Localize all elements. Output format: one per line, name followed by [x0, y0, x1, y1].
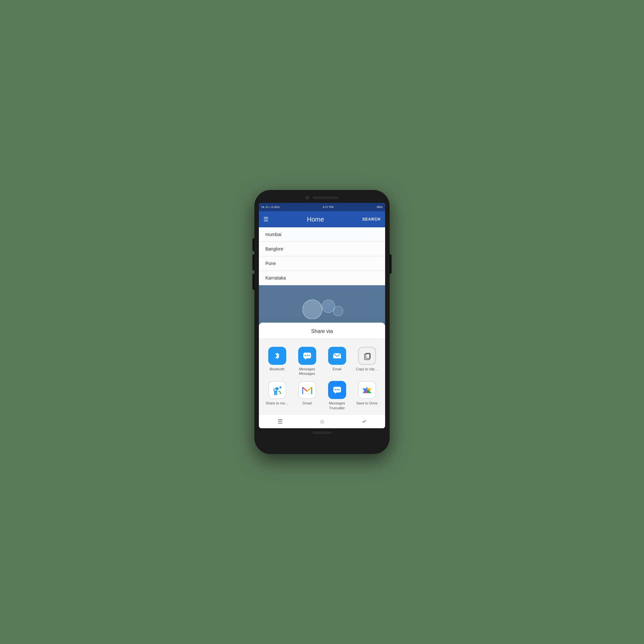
share-item-clipboard[interactable]: Copy to clip…: [352, 344, 382, 379]
share-title: Share via: [259, 323, 385, 339]
svg-point-2: [333, 306, 343, 316]
volume-up-button: [252, 238, 254, 251]
share-item-shareto[interactable]: Share to mo…: [262, 378, 292, 413]
phone-top-bar: [259, 196, 385, 200]
network-info: H₁ G↑ᵢₗ 0.2K/s: [261, 205, 280, 209]
gmail-label: Gmail: [302, 401, 312, 405]
share-grid: Bluetooth MessagesMessages: [259, 339, 385, 418]
nav-back-icon[interactable]: ⤶: [362, 418, 366, 425]
svg-point-13: [279, 386, 281, 388]
nav-home-icon[interactable]: ⌂: [320, 418, 324, 425]
svg-point-14: [275, 388, 277, 390]
hamburger-icon[interactable]: ☰: [263, 216, 269, 223]
content-area: mumbai Banglore Pune Karnataka: [259, 227, 385, 327]
power-button: [390, 254, 392, 274]
clipboard-label: Copy to clip…: [356, 367, 378, 371]
svg-marker-7: [305, 358, 307, 360]
clipboard-icon: [358, 347, 376, 365]
status-bar: H₁ G↑ᵢₗ 0.2K/s 4:17 PM 99%: [259, 203, 385, 211]
nav-menu-icon[interactable]: ☰: [278, 418, 283, 425]
drive-icon: [358, 381, 376, 399]
svg-point-19: [336, 389, 338, 390]
bluetooth-label: Bluetooth: [270, 367, 284, 371]
svg-point-20: [338, 389, 340, 390]
battery-info: 99%: [377, 205, 383, 209]
shareto-label: Share to mo…: [266, 401, 289, 405]
home-button: [312, 431, 332, 434]
share-item-gmail[interactable]: Gmail: [292, 378, 322, 413]
list-item-karnataka[interactable]: Karnataka: [259, 271, 385, 285]
messages-icon: [298, 347, 316, 365]
svg-point-1: [322, 300, 335, 313]
bluetooth-icon: [268, 347, 286, 365]
speaker: [313, 196, 338, 199]
share-item-truecaller[interactable]: MessagesTruecaller: [322, 378, 352, 413]
svg-marker-21: [335, 393, 336, 394]
list-item-pune[interactable]: Pune: [259, 256, 385, 271]
gmail-icon: [298, 381, 316, 399]
content-bg: [259, 285, 385, 327]
status-left: H₁ G↑ᵢₗ 0.2K/s: [261, 205, 280, 209]
app-bar-title: Home: [307, 216, 324, 223]
drive-label: Save to Drive: [356, 401, 377, 405]
search-button[interactable]: SEARCH: [362, 217, 381, 222]
email-label: Email: [333, 367, 342, 371]
share-item-email[interactable]: Email: [322, 344, 352, 379]
app-bar: ☰ Home SEARCH: [259, 211, 385, 227]
camera: [306, 196, 309, 200]
truecaller-label: MessagesTruecaller: [329, 401, 345, 410]
phone-screen: H₁ G↑ᵢₗ 0.2K/s 4:17 PM 99% ☰ Home SEARCH…: [259, 203, 385, 428]
shareto-icon: [268, 381, 286, 399]
content-list: mumbai Banglore Pune Karnataka: [259, 227, 385, 285]
silent-button: [252, 274, 254, 290]
status-time: 4:17 PM: [323, 205, 334, 209]
phone-device: H₁ G↑ᵢₗ 0.2K/s 4:17 PM 99% ☰ Home SEARCH…: [254, 190, 390, 454]
share-item-bluetooth[interactable]: Bluetooth: [262, 344, 292, 379]
svg-point-18: [335, 389, 336, 390]
svg-rect-15: [274, 391, 277, 395]
svg-rect-9: [365, 354, 370, 360]
bottom-nav: ☰ ⌂ ⤶: [259, 414, 385, 428]
share-item-messages[interactable]: MessagesMessages: [292, 344, 322, 379]
list-item-mumbai[interactable]: mumbai: [259, 227, 385, 242]
status-right: 99%: [377, 205, 383, 209]
svg-point-0: [303, 300, 322, 319]
list-item-banglore[interactable]: Banglore: [259, 242, 385, 256]
bubbles-decoration: [296, 293, 348, 319]
share-item-drive[interactable]: Save to Drive: [352, 378, 382, 413]
svg-point-5: [307, 355, 308, 356]
email-icon: [328, 347, 346, 365]
svg-point-4: [305, 355, 306, 356]
messages-label: MessagesMessages: [299, 367, 315, 376]
svg-point-6: [308, 355, 310, 356]
truecaller-icon: [328, 381, 346, 399]
phone-bottom-bar: [259, 431, 385, 434]
volume-down-button: [252, 254, 254, 270]
share-sheet: Share via Bluetooth: [259, 323, 385, 428]
